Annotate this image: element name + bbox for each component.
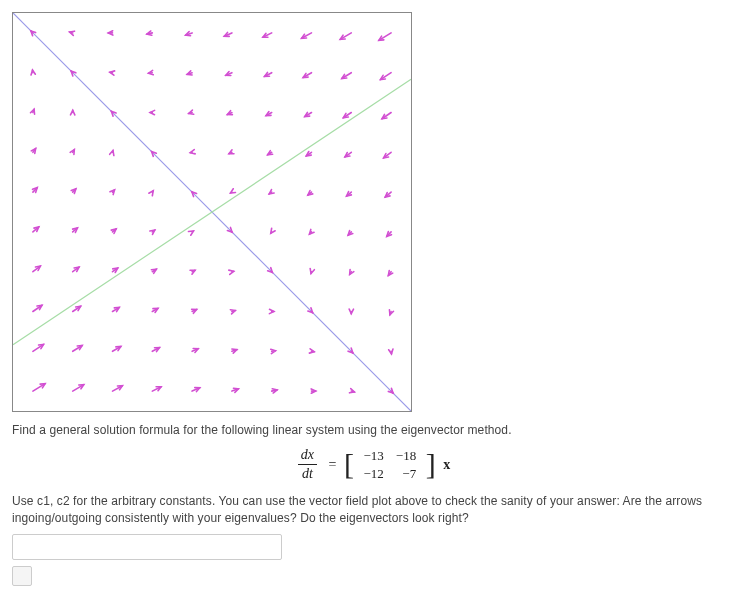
flow-arrowhead [188, 231, 193, 235]
matrix-a11: −13 [357, 447, 389, 465]
left-bracket: [ [344, 447, 354, 481]
problem-hint: Use c1, c2 for the arbitrary constants. … [12, 493, 732, 527]
flow-arrowhead [30, 109, 34, 114]
coefficient-matrix: −13 −18 −12 −7 [357, 447, 422, 483]
problem-prompt: Find a general solution formula for the … [12, 422, 732, 439]
lhs-numerator: dx [298, 447, 317, 465]
flow-arrowhead [229, 270, 234, 274]
flow-arrowhead [349, 389, 354, 393]
equals-sign: = [329, 457, 337, 472]
flow-arrowhead [309, 349, 314, 353]
matrix-a12: −18 [390, 447, 422, 465]
right-bracket: ] [426, 447, 436, 481]
lhs-denominator: dt [298, 465, 317, 482]
flow-arrowhead [231, 189, 236, 193]
flow-arrowhead [110, 151, 114, 156]
submit-button[interactable] [12, 566, 32, 586]
flow-arrowhead [190, 150, 195, 154]
flow-arrowhead [271, 228, 275, 233]
system-equation: dx dt = [ −13 −18 −12 −7 ] x [12, 447, 732, 483]
flow-arrowhead [70, 31, 75, 35]
state-vector: x [443, 457, 450, 472]
flow-arrowhead [189, 110, 194, 114]
flow-arrowhead [110, 71, 115, 75]
flow-arrowhead [229, 150, 234, 154]
flow-arrowhead [389, 310, 393, 315]
answer-input[interactable] [12, 534, 282, 560]
flow-arrowhead [310, 268, 314, 273]
flow-arrowhead [190, 270, 195, 274]
flow-arrowhead [230, 310, 235, 314]
flow-arrowhead [389, 349, 393, 354]
vector-field-svg [13, 13, 411, 411]
matrix-a22: −7 [390, 465, 422, 483]
flow-arrowhead [149, 191, 153, 196]
vector-field-plot [12, 12, 412, 412]
matrix-a21: −12 [357, 465, 389, 483]
flow-arrowhead [31, 70, 35, 75]
eigenline-2 [13, 79, 411, 344]
